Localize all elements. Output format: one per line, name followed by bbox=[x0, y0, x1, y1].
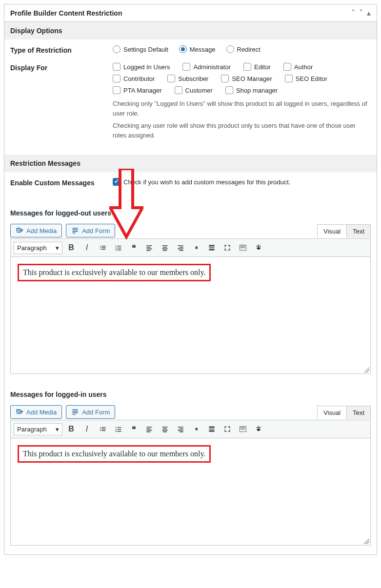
checkbox-editor[interactable] bbox=[243, 63, 251, 71]
role-customer[interactable]: Customer bbox=[175, 86, 213, 94]
fullscreen-icon[interactable] bbox=[221, 241, 234, 255]
role-editor[interactable]: Editor bbox=[243, 63, 271, 71]
align-center-icon[interactable] bbox=[158, 241, 172, 255]
role-contributor[interactable]: Contributor bbox=[113, 75, 155, 82]
align-left-icon[interactable] bbox=[142, 422, 156, 436]
content-restriction-metabox: Profile Builder Content Restriction ˄ ˅ … bbox=[4, 4, 377, 555]
logged-out-label: Messages for logged-out users bbox=[10, 209, 371, 217]
number-list-icon[interactable] bbox=[111, 422, 125, 436]
restriction-messages-head: Restriction Messages bbox=[4, 155, 377, 172]
restriction-option-default[interactable]: Settings Default bbox=[113, 45, 168, 53]
move-up-icon[interactable]: ˄ bbox=[351, 8, 355, 18]
editor-tabs: Visual Text bbox=[317, 406, 371, 419]
checkbox-pta-manager[interactable] bbox=[113, 86, 120, 94]
display-for-row: Display For Logged In Users Administrato… bbox=[10, 63, 371, 140]
checkbox-shop-manager[interactable] bbox=[225, 86, 233, 94]
display-options-body: Type of Restriction Settings Default Mes… bbox=[4, 39, 377, 155]
editor-content: This product is exclusively available to… bbox=[18, 445, 211, 463]
checkbox-contributor[interactable] bbox=[113, 75, 120, 82]
add-form-button[interactable]: Add Form bbox=[66, 224, 115, 237]
display-options-head: Display Options bbox=[4, 22, 377, 39]
radio-default[interactable] bbox=[113, 45, 120, 53]
move-down-icon[interactable]: ˅ bbox=[359, 8, 363, 18]
tab-visual[interactable]: Visual bbox=[318, 406, 347, 419]
role-subscriber[interactable]: Subscriber bbox=[167, 75, 208, 82]
chevron-down-icon: ▾ bbox=[56, 244, 59, 252]
restriction-option-message[interactable]: Message bbox=[179, 45, 216, 53]
logged-in-label: Messages for logged-in users bbox=[10, 391, 371, 398]
checkbox-customer[interactable] bbox=[175, 86, 182, 94]
role-seo-editor[interactable]: SEO Editor bbox=[285, 75, 327, 82]
tab-text[interactable]: Text bbox=[347, 406, 370, 419]
role-administrator[interactable]: Administrator bbox=[182, 63, 231, 71]
link-icon[interactable] bbox=[189, 241, 203, 255]
radio-redirect[interactable] bbox=[226, 45, 234, 53]
svg-point-3 bbox=[258, 428, 259, 430]
type-of-restriction-label: Type of Restriction bbox=[10, 45, 113, 54]
editor-tabs: Visual Text bbox=[317, 224, 371, 238]
number-list-icon[interactable] bbox=[111, 241, 125, 255]
readmore-icon[interactable] bbox=[205, 422, 219, 436]
quote-icon[interactable]: ❝ bbox=[127, 241, 140, 255]
tab-text[interactable]: Text bbox=[347, 225, 370, 238]
restriction-messages-body: Enable Custom Messages Check if you wish… bbox=[4, 172, 377, 201]
resize-grip-icon[interactable] bbox=[363, 538, 369, 544]
metabox-controls: ˄ ˅ ▴ bbox=[351, 8, 371, 18]
logged-out-editor[interactable]: This product is exclusively available to… bbox=[10, 257, 371, 374]
bold-icon[interactable]: B bbox=[64, 422, 78, 436]
italic-icon[interactable]: I bbox=[80, 241, 94, 255]
readmore-icon[interactable] bbox=[205, 241, 219, 255]
tab-visual[interactable]: Visual bbox=[318, 225, 347, 238]
add-media-button[interactable]: Add Media bbox=[10, 405, 62, 419]
type-of-restriction-row: Type of Restriction Settings Default Mes… bbox=[10, 45, 371, 54]
add-form-button[interactable]: Add Form bbox=[66, 405, 115, 419]
checkbox-seo-editor[interactable] bbox=[285, 75, 293, 82]
display-for-options: Logged In Users Administrator Editor Aut… bbox=[113, 63, 371, 94]
bullet-list-icon[interactable] bbox=[96, 422, 109, 436]
checkbox-logged-in[interactable] bbox=[113, 63, 120, 71]
bold-icon[interactable]: B bbox=[64, 241, 78, 255]
checkbox-subscriber[interactable] bbox=[167, 75, 175, 82]
display-for-label: Display For bbox=[10, 63, 113, 72]
italic-icon[interactable]: I bbox=[80, 422, 94, 436]
toolbar-toggle-icon[interactable] bbox=[236, 241, 250, 255]
enable-custom-check[interactable]: Check if you wish to add custom messages… bbox=[113, 178, 367, 186]
display-for-content: Logged In Users Administrator Editor Aut… bbox=[113, 63, 371, 140]
add-media-button[interactable]: Add Media bbox=[10, 224, 62, 237]
role-logged-in[interactable]: Logged In Users bbox=[113, 63, 170, 71]
logged-in-editor[interactable]: This product is exclusively available to… bbox=[10, 438, 371, 546]
checkbox-author[interactable] bbox=[283, 63, 291, 71]
editor-toolbar: Paragraph▾ B I ❝ bbox=[10, 238, 371, 257]
toggle-icon[interactable]: ▴ bbox=[367, 8, 371, 18]
format-dropdown[interactable]: Paragraph▾ bbox=[14, 423, 62, 435]
metabox-title: Profile Builder Content Restriction bbox=[10, 9, 122, 17]
resize-grip-icon[interactable] bbox=[363, 367, 369, 372]
restriction-option-redirect[interactable]: Redirect bbox=[226, 45, 261, 53]
bullet-list-icon[interactable] bbox=[96, 241, 109, 255]
align-right-icon[interactable] bbox=[174, 241, 187, 255]
logged-out-editor-section: Messages for logged-out users Add Media … bbox=[4, 201, 377, 383]
toolbar-toggle-icon[interactable] bbox=[236, 422, 250, 436]
quote-icon[interactable]: ❝ bbox=[127, 422, 140, 436]
align-center-icon[interactable] bbox=[158, 422, 172, 436]
editor-content: This product is exclusively available to… bbox=[18, 264, 211, 281]
chevron-down-icon: ▾ bbox=[56, 426, 59, 433]
fullscreen-icon[interactable] bbox=[221, 422, 234, 436]
checkbox-administrator[interactable] bbox=[182, 63, 190, 71]
checkbox-enable-custom[interactable] bbox=[113, 178, 120, 186]
role-author[interactable]: Author bbox=[283, 63, 313, 71]
checkbox-seo-manager[interactable] bbox=[221, 75, 229, 82]
enable-custom-content: Check if you wish to add custom messages… bbox=[113, 178, 371, 186]
role-pta-manager[interactable]: PTA Manager bbox=[113, 86, 162, 94]
role-shop-manager[interactable]: Shop manager bbox=[225, 86, 278, 94]
display-for-help-1: Checking only "Logged In Users" will sho… bbox=[113, 99, 371, 118]
radio-message[interactable] bbox=[179, 45, 187, 53]
display-for-help-2: Checking any user role will show this pr… bbox=[113, 121, 371, 140]
format-dropdown[interactable]: Paragraph▾ bbox=[14, 242, 62, 254]
special-icon[interactable] bbox=[252, 422, 265, 436]
align-right-icon[interactable] bbox=[174, 422, 187, 436]
special-icon[interactable] bbox=[252, 241, 265, 255]
align-left-icon[interactable] bbox=[142, 241, 156, 255]
link-icon[interactable] bbox=[189, 422, 203, 436]
role-seo-manager[interactable]: SEO Manager bbox=[221, 75, 272, 82]
